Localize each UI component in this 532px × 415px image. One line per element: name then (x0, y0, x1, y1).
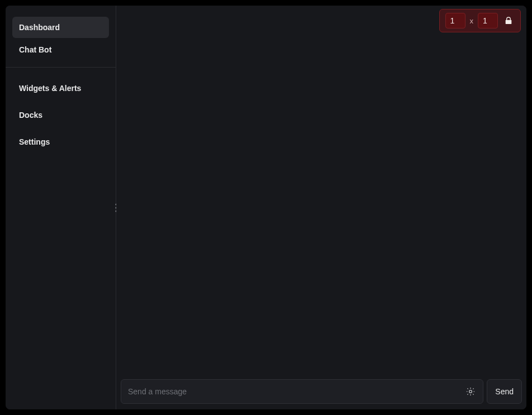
sidebar-item-label: Widgets & Alerts (19, 84, 81, 93)
sidebar-secondary-section: Widgets & Alerts Docks Settings (6, 78, 116, 158)
sidebar-item-label: Chat Bot (19, 45, 51, 54)
message-input[interactable] (128, 387, 463, 396)
grid-size-control: x (439, 9, 521, 32)
sidebar-primary-section: Dashboard Chat Bot (6, 17, 116, 61)
lock-button[interactable] (502, 15, 515, 27)
grid-cols-input[interactable] (445, 13, 466, 28)
lock-icon (504, 16, 513, 25)
composer-settings-button[interactable] (463, 384, 478, 399)
send-button[interactable]: Send (487, 379, 522, 404)
app-window: Dashboard Chat Bot Widgets & Alerts Dock… (6, 6, 526, 409)
gear-icon (466, 387, 476, 397)
grid-rows-input[interactable] (478, 13, 498, 28)
sidebar: Dashboard Chat Bot Widgets & Alerts Dock… (6, 6, 116, 409)
sidebar-item-label: Docks (19, 111, 42, 120)
sidebar-item-settings[interactable]: Settings (12, 131, 109, 152)
sidebar-divider (6, 67, 116, 68)
grid-separator: x (470, 17, 474, 25)
message-input-wrap (121, 379, 483, 404)
sidebar-item-widgets-alerts[interactable]: Widgets & Alerts (12, 78, 109, 99)
sidebar-item-label: Dashboard (19, 23, 60, 32)
message-composer: Send (121, 379, 522, 404)
sidebar-item-dashboard[interactable]: Dashboard (12, 17, 109, 38)
sidebar-item-label: Settings (19, 137, 50, 146)
sidebar-item-chatbot[interactable]: Chat Bot (12, 39, 109, 60)
main-panel: x Send (116, 6, 526, 409)
sidebar-item-docks[interactable]: Docks (12, 104, 109, 126)
svg-point-0 (469, 390, 472, 393)
